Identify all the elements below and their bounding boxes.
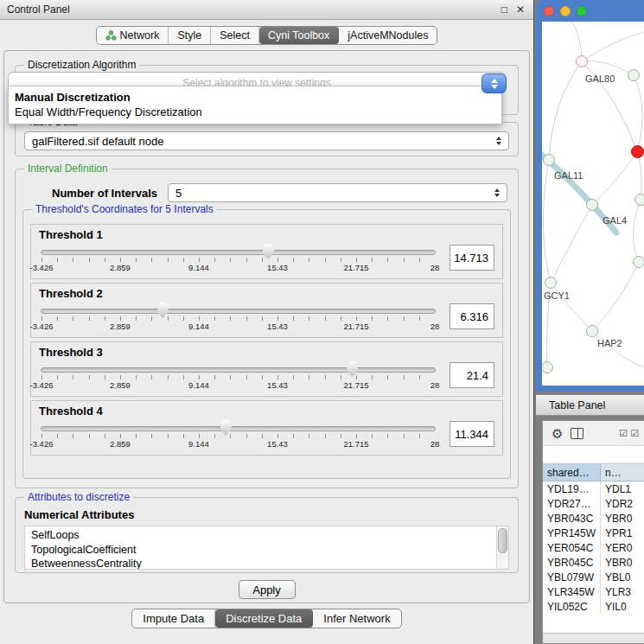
gear-icon[interactable]: ⚙ [552, 427, 563, 440]
scale-label: 9.144 [188, 439, 209, 449]
checkbox-icon[interactable]: ☑ [619, 428, 628, 439]
table-data-combo[interactable]: galFiltered.sif default node [24, 131, 509, 150]
network-node[interactable] [586, 199, 598, 211]
scale-label: 2.859 [110, 322, 131, 331]
scrollbar[interactable] [496, 526, 508, 569]
threshold-panel: Threshold 4-3.4262.8599.14415.4321.71528… [30, 400, 503, 456]
tab-select[interactable]: Select [211, 27, 259, 44]
table-row[interactable]: YDR27…YDR2 [543, 496, 644, 511]
threshold-panel: Threshold 1-3.4262.8599.14415.4321.71528… [30, 224, 503, 279]
table-row[interactable]: YDL19…YDL1 [543, 481, 644, 496]
network-node[interactable] [586, 325, 598, 337]
tab-style[interactable]: Style [169, 27, 211, 44]
network-node[interactable] [628, 69, 640, 81]
horizontal-scrollbar[interactable] [543, 633, 644, 643]
tab-jactivemnodules[interactable]: jActiveMNodules [339, 27, 437, 44]
tab-discretize-data[interactable]: Discretize Data [215, 609, 313, 628]
threshold-slider[interactable]: -3.4262.8599.14415.4321.71528 [41, 301, 436, 335]
threshold-label: Threshold 2 [39, 287, 494, 300]
bottom-tab-bar: Impute DataDiscretize DataInfer Network [0, 609, 533, 628]
table-row[interactable]: YBR045CYBR0 [543, 555, 644, 570]
attribute-item[interactable]: BetweennessCentrality [31, 557, 496, 569]
tab-network[interactable]: Network [97, 27, 169, 44]
attribute-item[interactable]: TopologicalCoefficient [31, 543, 496, 558]
node-label: GCY1 [544, 290, 570, 301]
slider-scale: -3.4262.8599.14415.4321.71528 [41, 380, 435, 391]
tab-impute-data[interactable]: Impute Data [132, 609, 215, 628]
table-row[interactable]: YLR345WYLR3 [543, 584, 644, 599]
scrollbar-thumb[interactable] [498, 528, 507, 553]
attributes-list: SelfLoopsTopologicalCoefficientBetweenne… [24, 526, 509, 570]
threshold-value-field[interactable]: 6.316 [450, 303, 494, 329]
threshold-value-field[interactable]: 11.344 [450, 421, 494, 447]
tab-cyni-toolbox[interactable]: Cyni Toolbox [259, 27, 339, 44]
threshold-value-field[interactable]: 14.713 [450, 245, 494, 271]
network-window-titlebar [536, 0, 644, 22]
threshold-slider[interactable]: -3.4262.8599.14415.4321.71528 [41, 360, 436, 394]
tab-infer-network[interactable]: Infer Network [313, 609, 400, 628]
table-row[interactable]: YIL052CYIL0 [543, 599, 644, 614]
apply-button[interactable]: Apply [239, 580, 296, 599]
thresholds-group: Threshold's Coordinates for 5 Intervals … [22, 209, 511, 479]
table-panel-title: Table Panel [549, 399, 605, 411]
network-node[interactable] [631, 145, 644, 158]
slider-scale: -3.4262.8599.14415.4321.71528 [41, 322, 435, 332]
column-header-name[interactable]: n… [601, 464, 644, 481]
threshold-panel: Threshold 3-3.4262.8599.14415.4321.71528… [30, 341, 503, 397]
slider-ticks-icon [41, 434, 435, 438]
number-of-intervals-label: Number of Intervals [52, 187, 157, 200]
table-spacer [543, 446, 644, 463]
threshold-row: -3.4262.8599.14415.4321.7152821.4 [39, 360, 494, 394]
threshold-list: Threshold 1-3.4262.8599.14415.4321.71528… [23, 219, 510, 478]
node-label: GAL4 [603, 215, 627, 226]
control-panel-titlebar: Control Panel □ ✕ [0, 0, 533, 20]
arrow-down-icon [491, 85, 498, 89]
table-cell: YBR0 [601, 555, 644, 570]
slider-ticks-icon [41, 316, 435, 321]
table-cell: YLR3 [601, 584, 644, 599]
table-cell: YBL0 [601, 570, 644, 584]
dropdown-option-equal-width-frequency[interactable]: Equal Width/Frequency Discretization [9, 105, 501, 119]
slider-track [41, 250, 436, 255]
network-node[interactable] [634, 194, 644, 206]
minimize-traffic-light-icon[interactable] [560, 6, 571, 16]
network-canvas[interactable]: GAL80GAL11GAL4GCY1HAP2 [542, 22, 644, 386]
threshold-value-field[interactable]: 21.4 [450, 362, 494, 388]
combo-arrows-button[interactable] [481, 73, 507, 93]
attribute-item[interactable]: SelfLoops [31, 528, 496, 543]
network-node[interactable] [633, 256, 644, 268]
scale-label: 2.859 [110, 263, 131, 272]
table-rows: YDL19…YDL1YDR27…YDR2YBR043CYBR0YPR145WYP… [543, 481, 644, 614]
number-of-intervals-value: 5 [175, 187, 182, 200]
top-tabstrip: NetworkStyleSelectCyni ToolboxjActiveMNo… [96, 26, 438, 45]
table-row[interactable]: YER054CYER0 [543, 540, 644, 555]
zoom-traffic-light-icon[interactable] [577, 6, 587, 16]
table-row[interactable]: YBL079WYBL0 [543, 570, 644, 584]
scale-label: 28 [430, 380, 440, 390]
threshold-slider[interactable]: -3.4262.8599.14415.4321.71528 [41, 242, 436, 277]
threshold-label: Threshold 4 [39, 405, 494, 418]
table-cell: YBR045C [543, 555, 601, 570]
scale-label: 21.715 [343, 439, 368, 449]
table-row[interactable]: YBR043CYBR0 [543, 511, 644, 526]
slider-ticks-icon [41, 258, 435, 262]
column-header-shared[interactable]: shared… [543, 464, 601, 481]
dropdown-option-manual-discretization[interactable]: Manual Discretization [9, 90, 501, 105]
float-window-icon[interactable]: □ [501, 3, 507, 16]
table-data-group: Table Data galFiltered.sif default node [15, 122, 519, 156]
number-of-intervals-combo[interactable]: 5 [168, 183, 507, 202]
app-root: Control Panel □ ✕ NetworkStyleSelectCyni… [0, 0, 644, 644]
columns-icon[interactable] [571, 428, 583, 439]
close-traffic-light-icon[interactable] [544, 6, 554, 16]
checkbox-icon[interactable]: ☑ [630, 428, 639, 439]
network-node[interactable] [545, 277, 557, 289]
threshold-slider[interactable]: -3.4262.8599.14415.4321.71528 [41, 418, 436, 453]
network-node[interactable] [543, 154, 555, 166]
network-node[interactable] [576, 55, 588, 67]
panel-title: Control Panel [7, 3, 70, 16]
close-icon[interactable]: ✕ [516, 3, 525, 16]
node-label: GAL11 [554, 170, 583, 181]
table-row[interactable]: YPR145WYPR1 [543, 526, 644, 540]
bottom-tabstrip: Impute DataDiscretize DataInfer Network [131, 609, 401, 628]
control-panel-body: Discretization Algorithm Select algorith… [3, 50, 530, 603]
